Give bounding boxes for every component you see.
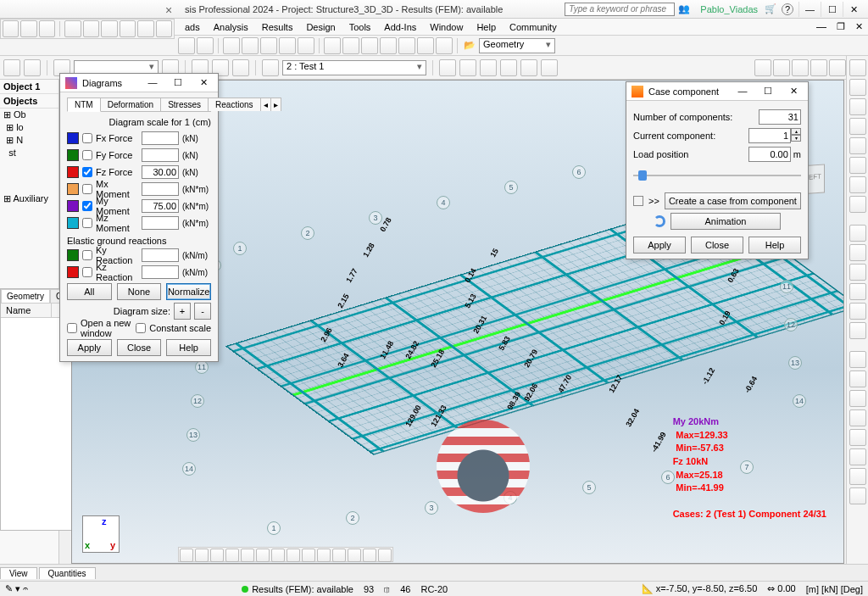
force-2-check[interactable] [82,167,92,177]
tab-stresses[interactable]: Stresses [160,97,209,111]
tb-icon[interactable] [232,59,249,76]
rt-icon[interactable] [849,59,866,76]
rt-icon[interactable] [849,351,866,368]
force-3-check[interactable] [82,184,92,194]
tb-icon[interactable] [500,59,517,76]
menu-loads[interactable]: ads [178,20,207,34]
egr-1-check[interactable] [82,267,92,277]
rt-icon[interactable] [849,409,866,426]
rt-icon[interactable] [849,225,866,242]
all-button[interactable]: All [67,283,112,300]
menu-analysis[interactable]: Analysis [207,20,255,34]
force-4-value[interactable] [142,199,179,213]
close-button[interactable]: Close [117,339,162,356]
vt-icon[interactable] [256,549,270,562]
tb-icon[interactable] [541,59,558,76]
tab-ntm[interactable]: NTM [67,97,101,112]
dlg-minimize-icon[interactable]: — [733,86,752,97]
vt-icon[interactable] [287,549,300,562]
tb-icon[interactable] [260,37,277,54]
qat-rewind-icon[interactable] [101,20,117,37]
qat-open-icon[interactable] [20,20,36,37]
tree-item[interactable]: ⊞ N [0,134,58,147]
egr-1-value[interactable] [142,265,179,279]
pan-icon[interactable] [24,59,41,76]
constant-scale-check[interactable] [136,323,146,333]
print-icon[interactable] [436,37,453,54]
vt-icon[interactable] [210,549,224,562]
vt-icon[interactable] [241,549,254,562]
menu-addins[interactable]: Add-Ins [377,20,423,34]
tb-icon[interactable] [480,59,497,76]
tb-icon[interactable] [279,37,296,54]
help-title-icon[interactable]: ? [782,3,793,15]
tree-item[interactable]: ⊞ Ob [0,109,58,121]
globe-icon[interactable] [342,37,359,54]
vt-icon[interactable] [302,549,315,562]
egr-0-check[interactable] [82,250,92,260]
force-1-value[interactable] [142,148,179,162]
rt-icon[interactable] [849,322,866,339]
case-icon[interactable] [262,59,279,76]
load-case-combo[interactable]: 2 : Test 1 [282,60,426,75]
doc-close-icon[interactable]: × [165,3,172,17]
force-0-check[interactable] [82,133,92,143]
redo-icon[interactable] [197,37,214,54]
rt-icon[interactable] [849,283,866,300]
menu-results[interactable]: Results [255,20,300,34]
size-plus-button[interactable]: + [174,303,191,320]
none-button[interactable]: None [117,283,162,300]
dlg-close-icon[interactable]: ✕ [194,77,213,88]
search-input[interactable] [565,3,675,16]
force-4-check[interactable] [82,201,92,211]
current-component-field[interactable] [748,128,791,143]
vt-icon[interactable] [271,549,285,562]
tb-icon[interactable] [773,59,790,76]
rt-icon[interactable] [849,196,866,213]
rt-icon[interactable] [849,468,866,485]
user-name[interactable]: Pablo_Viadas [700,4,758,14]
menu-community[interactable]: Community [503,20,564,34]
tb-icon[interactable] [810,59,827,76]
tb-icon[interactable] [829,59,846,76]
tab-scroll-right[interactable]: ▸ [270,97,281,111]
force-5-value[interactable] [142,216,179,230]
tb-icon[interactable] [439,59,456,76]
rt-icon[interactable] [849,137,866,154]
open-new-window-check[interactable] [67,323,77,333]
rt-icon[interactable] [849,176,866,193]
cc-close-button[interactable]: Close [691,237,743,253]
collab-icon[interactable]: 👥 [678,3,690,14]
vt-icon[interactable] [348,549,361,562]
orientation-axes[interactable]: y [82,515,120,553]
qat-record-icon[interactable] [156,20,172,37]
cc-help-button[interactable]: Help [748,237,801,253]
menu-design[interactable]: Design [299,20,342,34]
mdi-restore-icon[interactable]: ❐ [832,21,850,32]
qat-save-icon[interactable] [39,20,55,37]
rt-icon[interactable] [849,98,866,115]
force-2-value[interactable] [142,165,179,179]
rt-icon[interactable] [849,244,866,261]
wireframe-icon[interactable] [324,37,341,54]
dlg-close-icon[interactable]: ✕ [784,86,803,97]
tree-item[interactable]: ⊞ Auxiliary [0,192,58,205]
rt-icon[interactable] [849,429,866,446]
tab-reactions[interactable]: Reactions [208,97,260,111]
qat-pause-icon[interactable] [83,20,99,37]
animation-button[interactable]: Animation [670,213,781,230]
position-slider[interactable] [633,167,801,184]
grid-icon[interactable] [361,37,378,54]
normalize-button[interactable]: Normalize [166,283,211,300]
select-icon[interactable] [3,59,20,76]
apply-button[interactable]: Apply [67,339,112,356]
rt-icon[interactable] [849,448,866,465]
dlg-maximize-icon[interactable]: ☐ [169,77,187,88]
egr-0-value[interactable] [142,248,179,262]
vt-icon[interactable] [180,549,193,562]
menu-window[interactable]: Window [423,20,470,34]
rt-icon[interactable] [849,118,866,135]
rt-icon[interactable] [849,390,866,407]
vt-icon[interactable] [195,549,209,562]
view-tab[interactable]: View [0,567,37,579]
